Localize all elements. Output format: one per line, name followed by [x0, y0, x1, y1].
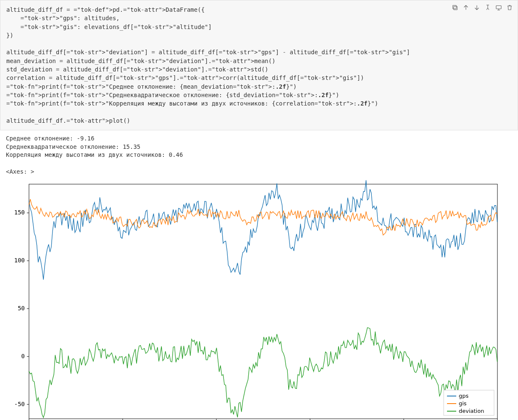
svg-text:gps: gps — [459, 393, 469, 399]
code-cell[interactable]: altitude_diff_df = ="tok-def">pd.="tok-a… — [0, 0, 518, 130]
svg-text:gis: gis — [459, 400, 467, 407]
svg-rect-0 — [454, 6, 457, 10]
svg-rect-2 — [496, 6, 501, 9]
svg-text:0: 0 — [21, 353, 25, 359]
trash-icon[interactable] — [506, 4, 513, 13]
cell-output: Среднее отклонение: -9.16 Среднеквадрати… — [0, 130, 518, 176]
svg-text:deviation: deviation — [459, 408, 484, 414]
svg-text:-50: -50 — [14, 401, 25, 407]
svg-rect-1 — [453, 5, 456, 9]
code-text[interactable]: altitude_diff_df = ="tok-def">pd.="tok-a… — [6, 5, 512, 125]
arrow-down-icon[interactable] — [473, 4, 481, 13]
copy-icon[interactable] — [451, 4, 459, 13]
svg-text:50: 50 — [18, 305, 25, 312]
svg-text:150: 150 — [14, 209, 25, 216]
slideshow-icon[interactable] — [495, 4, 502, 13]
arrow-up-icon[interactable] — [462, 4, 470, 13]
svg-text:100: 100 — [14, 257, 25, 264]
cell-toolbar — [451, 4, 513, 13]
svg-rect-3 — [29, 184, 497, 419]
cut-icon[interactable] — [484, 4, 492, 13]
output-text: Среднее отклонение: -9.16 Среднеквадрати… — [6, 135, 512, 176]
line-chart: -500501001500200040006000800010000gpsgis… — [6, 179, 504, 420]
chart-output: -500501001500200040006000800010000gpsgis… — [0, 176, 518, 420]
